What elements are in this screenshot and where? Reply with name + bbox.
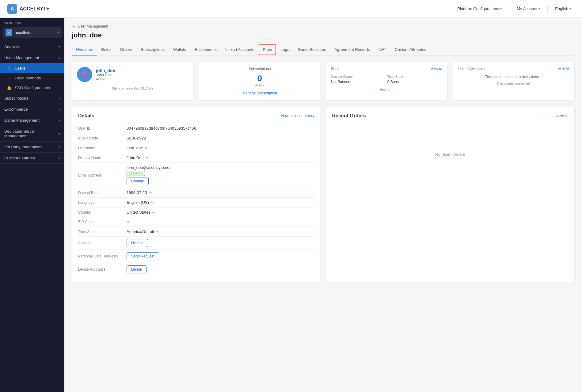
account-value: Disable (127, 239, 314, 247)
nav-divider (509, 6, 509, 12)
game-mgmt-chevron: ▾ (59, 119, 60, 122)
view-account-history-link[interactable]: View account history (281, 114, 314, 118)
namespace-name: accelbyte (15, 30, 55, 35)
detail-row-delete-account: Delete Account ℹ Delete (78, 263, 314, 276)
tab-game-sessions[interactable]: Game Sessions (293, 44, 330, 55)
dob-value: 1996-07-20 ✏ (127, 190, 314, 195)
language-chevron: ▾ (569, 7, 571, 10)
user-card-username[interactable]: john_doe (96, 68, 115, 73)
detail-row-personal-data: Personal Data Request ℹ Send Request (78, 250, 314, 263)
breadcrumb-link[interactable]: User Management (78, 24, 108, 29)
tab-overview[interactable]: Overview (72, 44, 97, 55)
detail-row-country: Country United States ✏ (78, 207, 314, 217)
recent-orders-card: Recent Orders View All No recent orders (326, 107, 575, 282)
country-edit-icon[interactable]: ✏ (152, 210, 155, 215)
display-name-value: John Doe ✏ (127, 155, 314, 160)
delete-account-button[interactable]: Delete (127, 265, 146, 273)
cards-row: 👾 john_doe John Doe Active Member since … (72, 62, 575, 101)
linked-view-all[interactable]: View All (558, 67, 569, 71)
detail-row-email: Email Address john_doe@accelbyte.net VER… (78, 163, 314, 188)
country-value: United States ✏ (127, 210, 314, 215)
orders-header: Recent Orders View All (332, 113, 569, 119)
username-label: Username (78, 146, 124, 150)
email-value: john_doe@accelbyte.net VERIFIED Change (127, 165, 314, 185)
email-text: john_doe@accelbyte.net (127, 165, 170, 170)
orders-view-all[interactable]: View All (557, 114, 568, 118)
tab-nft[interactable]: NFT (374, 44, 390, 55)
my-account-menu[interactable]: My Account ▾ (513, 4, 544, 13)
delete-account-label: Delete Account ℹ (78, 267, 124, 272)
user-card-info: john_doe John Doe Active (96, 68, 115, 81)
personal-data-value: Send Request (127, 252, 314, 260)
namespace-icon: ≡ (6, 29, 12, 36)
tab-bans[interactable]: Bans (259, 44, 276, 55)
change-email-button[interactable]: Change (127, 177, 149, 185)
zip-edit-icon[interactable]: ✏ (127, 220, 130, 224)
dob-label: Date of Birth (78, 191, 124, 195)
analytics-chevron: ▾ (59, 45, 60, 48)
subscriptions-chevron: ▾ (59, 97, 60, 100)
manage-subscription-link[interactable]: Manage Subscription (242, 91, 277, 95)
disable-account-button[interactable]: Disable (127, 239, 148, 247)
language-edit-icon[interactable]: ✏ (151, 200, 154, 205)
tab-subscriptions[interactable]: Subscriptions (136, 44, 169, 55)
current-status-label: Current Status (331, 75, 386, 78)
content-area: ← User Management john_doe Overview Role… (64, 18, 582, 392)
public-code-label: Public Code (78, 136, 124, 140)
main-layout: NAMESPACE ≡ accelbyte ▾ Analytics ▾ User… (0, 18, 582, 392)
sidebar-header-game-management[interactable]: Game Management ▾ (0, 115, 64, 126)
detail-row-display-name: Display Name John Doe ✏ (78, 153, 314, 163)
sidebar-header-custom-features[interactable]: Custom Features ▾ (0, 153, 64, 163)
bans-view-all[interactable]: View All (431, 67, 442, 71)
tab-logs[interactable]: Logs (276, 44, 293, 55)
tab-agreement-records[interactable]: Agreement Records (330, 44, 374, 55)
user-card-fullname: John Doe (96, 73, 115, 77)
avatar: 👾 (77, 67, 92, 82)
sidebar-header-3rd-party[interactable]: 3rd Party Integrations ▾ (0, 142, 64, 152)
username-edit-icon[interactable]: ✏ (145, 146, 148, 150)
platform-configs-menu[interactable]: Platform Configurations ▾ (454, 4, 505, 13)
display-name-edit-icon[interactable]: ✏ (146, 156, 149, 160)
add-ban-link[interactable]: Add ban (331, 88, 443, 92)
linked-empty-message: This account has no linked platform (458, 75, 569, 79)
sidebar-item-sso-configurations[interactable]: 🔒 SSO Configurations (0, 83, 64, 93)
dob-edit-icon[interactable]: ✏ (149, 191, 152, 195)
sidebar-section-game-management: Game Management ▾ (0, 115, 64, 126)
custom-features-chevron: ▾ (59, 156, 60, 160)
language-menu[interactable]: English ▾ (551, 4, 575, 13)
users-mgmt-chevron: ▴ (59, 56, 60, 59)
sidebar-header-dedicated-server[interactable]: Dedicated Server Management ▾ (0, 126, 64, 141)
sidebar-section-custom-features: Custom Features ▾ (0, 153, 64, 164)
detail-row-zip: ZIP Code ✏ (78, 217, 314, 227)
my-account-chevron: ▾ (538, 7, 540, 10)
timezone-label: Time Zone (78, 230, 124, 234)
subscriptions-card: Subscriptions 0 Active Manage Subscripti… (199, 62, 321, 101)
sidebar-item-users[interactable]: 👤 Users (0, 63, 64, 73)
sidebar-item-login-methods[interactable]: → Login Methods (0, 73, 64, 83)
sidebar-header-ecommerce[interactable]: E-Commerce ▾ (0, 104, 64, 115)
users-icon: 👤 (6, 66, 12, 70)
bans-card-header: Bans View All (331, 67, 443, 71)
detail-row-account: Account Disable (78, 237, 314, 250)
tab-custom-attributes[interactable]: Custom Attributes (390, 44, 431, 55)
send-request-button[interactable]: Send Request (127, 252, 159, 260)
tab-roles[interactable]: Roles (97, 44, 116, 55)
public-code-value: 5BBBZ922 (127, 136, 314, 140)
sidebar-header-analytics[interactable]: Analytics ▾ (0, 41, 64, 52)
delete-account-info-icon: ℹ (104, 268, 105, 271)
linked-count: 0 accounts connected (458, 82, 569, 85)
tab-orders[interactable]: Orders (116, 44, 136, 55)
sidebar-header-users-management[interactable]: Users Management ▴ (0, 52, 64, 63)
sidebar-header-subscriptions[interactable]: Subscriptions ▾ (0, 93, 64, 104)
tab-entitlements[interactable]: Entitlements (190, 44, 221, 55)
account-label: Account (78, 241, 124, 245)
tab-linked-accounts[interactable]: Linked Accounts (221, 44, 259, 55)
timezone-edit-icon[interactable]: ✏ (156, 230, 159, 234)
bans-grid: Current Status Total Bans Not Banned 0 B… (331, 75, 443, 84)
language-label: Language (78, 200, 124, 205)
tab-wallets[interactable]: Wallets (169, 44, 190, 55)
current-status-value: Not Banned (331, 80, 386, 84)
page-title: john_doe (72, 31, 575, 39)
namespace-selector[interactable]: ≡ accelbyte ▾ (2, 27, 62, 38)
back-arrow-icon: ← (72, 24, 76, 29)
